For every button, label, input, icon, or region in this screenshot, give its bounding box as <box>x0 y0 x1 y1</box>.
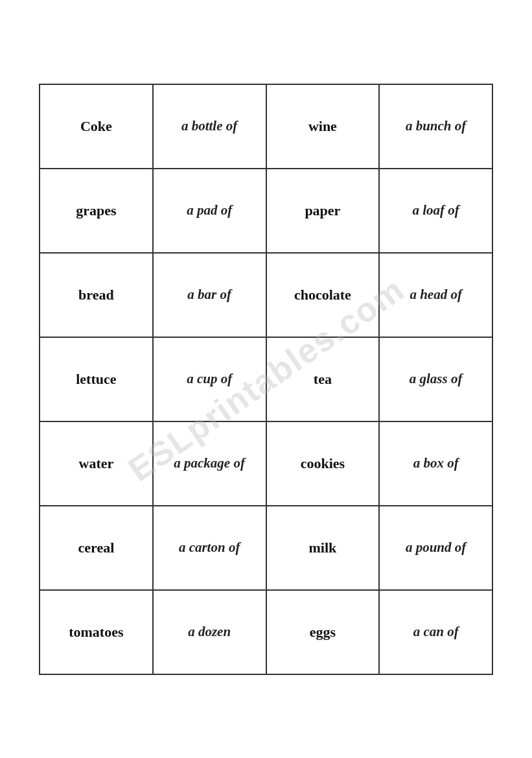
cell-0-2: wine <box>266 84 380 169</box>
cell-0-0: Coke <box>40 84 153 169</box>
cell-text-2-0: bread <box>78 287 114 303</box>
cell-text-2-3: a head of <box>410 287 462 302</box>
table-row: breada bar ofchocolatea head of <box>40 253 492 337</box>
cell-text-1-2: paper <box>305 202 340 219</box>
cell-text-1-0: grapes <box>76 202 116 219</box>
cell-text-0-2: wine <box>308 118 337 134</box>
table-row: grapesa pad ofpapera loaf of <box>40 169 492 253</box>
cell-3-0: lettuce <box>40 337 153 421</box>
table-row: lettucea cup ofteaa glass of <box>40 337 492 421</box>
cell-text-4-1: a package of <box>174 455 245 471</box>
cell-3-3: a glass of <box>379 337 492 421</box>
cell-text-1-3: a loaf of <box>412 202 459 218</box>
cell-text-5-3: a pound of <box>406 539 466 555</box>
table-row: cereala carton ofmilka pound of <box>40 506 492 590</box>
cell-5-1: a carton of <box>153 506 266 590</box>
cell-text-5-0: cereal <box>78 539 114 556</box>
cell-text-3-1: a cup of <box>187 371 232 386</box>
page-container: ESLprintables.com Cokea bottle ofwinea b… <box>0 0 532 758</box>
cell-1-1: a pad of <box>153 169 266 253</box>
table-row: watera package ofcookiesa box of <box>40 421 492 506</box>
cell-5-3: a pound of <box>379 506 492 590</box>
main-table: Cokea bottle ofwinea bunch ofgrapesa pad… <box>39 84 493 675</box>
cell-text-6-2: eggs <box>310 624 336 640</box>
cell-text-2-1: a bar of <box>187 287 231 302</box>
cell-1-3: a loaf of <box>379 169 492 253</box>
cell-6-0: tomatoes <box>40 590 153 674</box>
cell-text-0-1: a bottle of <box>181 118 237 134</box>
cell-3-1: a cup of <box>153 337 266 421</box>
cell-6-3: a can of <box>379 590 492 674</box>
cell-2-3: a head of <box>379 253 492 337</box>
cell-text-6-0: tomatoes <box>69 624 123 640</box>
cell-0-3: a bunch of <box>379 84 492 169</box>
cell-5-2: milk <box>266 506 380 590</box>
cell-3-2: tea <box>266 337 380 421</box>
cell-text-4-3: a box of <box>413 455 459 471</box>
cell-4-0: water <box>40 421 153 506</box>
cell-text-3-0: lettuce <box>76 371 116 387</box>
cell-text-6-3: a can of <box>413 624 459 639</box>
cell-text-4-0: water <box>79 455 114 471</box>
table-wrapper: Cokea bottle ofwinea bunch ofgrapesa pad… <box>0 58 532 701</box>
cell-4-1: a package of <box>153 421 266 506</box>
cell-text-0-3: a bunch of <box>406 118 466 134</box>
cell-2-1: a bar of <box>153 253 266 337</box>
cell-2-0: bread <box>40 253 153 337</box>
cell-2-2: chocolate <box>266 253 380 337</box>
table-row: Cokea bottle ofwinea bunch of <box>40 84 492 169</box>
cell-0-1: a bottle of <box>153 84 266 169</box>
cell-text-3-2: tea <box>314 371 332 387</box>
cell-text-2-2: chocolate <box>294 287 351 303</box>
cell-text-1-1: a pad of <box>187 202 232 218</box>
cell-4-2: cookies <box>266 421 380 506</box>
cell-6-1: a dozen <box>153 590 266 674</box>
cell-text-5-2: milk <box>308 539 336 556</box>
cell-text-0-0: Coke <box>80 118 112 134</box>
cell-6-2: eggs <box>266 590 380 674</box>
cell-1-0: grapes <box>40 169 153 253</box>
cell-5-0: cereal <box>40 506 153 590</box>
cell-text-5-1: a carton of <box>179 539 240 555</box>
cell-text-3-3: a glass of <box>410 371 463 386</box>
cell-4-3: a box of <box>379 421 492 506</box>
cell-1-2: paper <box>266 169 380 253</box>
cell-text-4-2: cookies <box>301 455 345 471</box>
table-row: tomatoesa dozeneggsa can of <box>40 590 492 674</box>
cell-text-6-1: a dozen <box>188 624 231 639</box>
